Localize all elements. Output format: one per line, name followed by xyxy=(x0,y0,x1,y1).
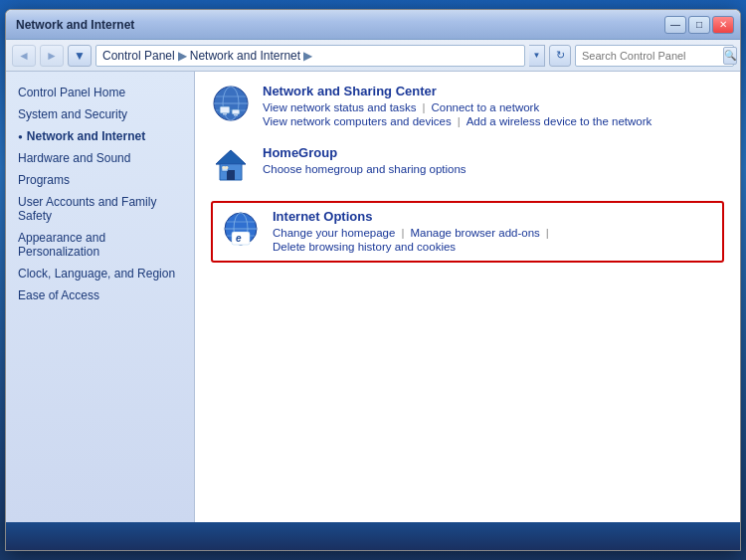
breadcrumb-bar: Control Panel ▶ Network and Internet ▶ xyxy=(95,45,525,67)
sidebar-item-control-panel-home[interactable]: Control Panel Home xyxy=(6,82,194,103)
sidebar-item-ease-access[interactable]: Ease of Access xyxy=(6,284,194,306)
internet-options-links: Change your homepage | Manage browser ad… xyxy=(273,227,714,253)
sidebar-item-programs[interactable]: Programs xyxy=(6,169,194,191)
link-separator-4: | xyxy=(546,227,549,239)
internet-options-content: Internet Options Change your homepage | … xyxy=(273,209,714,255)
manage-browser-addons-link[interactable]: Manage browser add-ons xyxy=(410,227,539,239)
refresh-button[interactable]: ↻ xyxy=(549,45,571,67)
close-button[interactable]: ✕ xyxy=(712,16,734,34)
minimize-button[interactable]: — xyxy=(664,16,686,34)
sidebar-item-appearance[interactable]: Appearance and Personalization xyxy=(6,227,194,263)
sidebar-label-network-internet: Network and Internet xyxy=(27,129,145,143)
dropdown-arrow-button[interactable]: ▼ xyxy=(68,45,92,67)
network-sharing-links-row2: View network computers and devices | Add… xyxy=(263,115,724,127)
svg-point-12 xyxy=(223,166,226,169)
sidebar-label-ease-access: Ease of Access xyxy=(18,288,99,302)
network-sharing-icon xyxy=(211,84,251,123)
forward-button[interactable]: ► xyxy=(40,45,64,67)
breadcrumb-sep2: ▶ xyxy=(303,49,312,63)
internet-options-icon: e xyxy=(221,209,261,249)
sidebar-item-hardware-sound[interactable]: Hardware and Sound xyxy=(6,147,194,169)
homegroup-icon xyxy=(211,145,251,185)
network-sharing-content: Network and Sharing Center View network … xyxy=(263,84,724,129)
sidebar-label-user-accounts: User Accounts and Family Safety xyxy=(18,195,182,223)
title-bar: Network and Internet — □ ✕ xyxy=(6,10,740,40)
network-sharing-links-row1: View network status and tasks | Connect … xyxy=(263,101,724,113)
content-area: Network and Sharing Center View network … xyxy=(195,72,740,522)
search-icon[interactable]: 🔍 xyxy=(723,47,737,65)
sidebar-label-system-security: System and Security xyxy=(18,107,127,121)
active-bullet: ● xyxy=(18,132,23,141)
back-button[interactable]: ◄ xyxy=(12,45,36,67)
change-homepage-link[interactable]: Change your homepage xyxy=(273,227,395,239)
homegroup-content: HomeGroup Choose homegroup and sharing o… xyxy=(263,145,724,177)
delete-browsing-history-link[interactable]: Delete browsing history and cookies xyxy=(273,241,456,253)
choose-homegroup-link[interactable]: Choose homegroup and sharing options xyxy=(263,163,466,175)
maximize-button[interactable]: □ xyxy=(688,16,710,34)
homegroup-section: HomeGroup Choose homegroup and sharing o… xyxy=(211,145,724,185)
internet-options-title[interactable]: Internet Options xyxy=(273,209,714,224)
svg-rect-5 xyxy=(220,106,230,113)
svg-rect-8 xyxy=(234,114,238,116)
svg-rect-6 xyxy=(223,113,227,115)
breadcrumb-dropdown-button[interactable]: ▼ xyxy=(529,45,545,67)
sidebar-label-clock-language: Clock, Language, and Region xyxy=(18,267,175,280)
taskbar xyxy=(6,522,740,550)
sidebar: Control Panel Home System and Security ●… xyxy=(6,72,195,522)
connect-to-network-link[interactable]: Connect to a network xyxy=(431,101,539,113)
link-separator-3: | xyxy=(401,227,404,239)
add-wireless-device-link[interactable]: Add a wireless device to the network xyxy=(466,115,653,127)
sidebar-item-clock-language[interactable]: Clock, Language, and Region xyxy=(6,263,194,284)
breadcrumb-sep1: ▶ xyxy=(178,49,187,63)
view-network-computers-link[interactable]: View network computers and devices xyxy=(263,115,452,127)
search-bar: 🔍 xyxy=(575,45,734,67)
search-input[interactable] xyxy=(582,50,719,62)
main-window: Network and Internet — □ ✕ ◄ ► ▼ Control… xyxy=(5,9,741,551)
sidebar-item-system-security[interactable]: System and Security xyxy=(6,103,194,125)
window-title: Network and Internet xyxy=(12,18,134,32)
internet-options-section: e Internet Options Change your homepage … xyxy=(211,201,724,263)
svg-point-13 xyxy=(226,166,229,169)
svg-rect-7 xyxy=(232,109,240,114)
sidebar-item-network-internet[interactable]: ● Network and Internet xyxy=(6,125,194,147)
main-content: Control Panel Home System and Security ●… xyxy=(6,72,740,522)
svg-rect-10 xyxy=(227,170,235,180)
homegroup-title[interactable]: HomeGroup xyxy=(263,145,724,160)
sidebar-item-user-accounts[interactable]: User Accounts and Family Safety xyxy=(6,191,194,227)
svg-marker-14 xyxy=(216,150,246,164)
link-separator-1: | xyxy=(422,101,425,113)
network-sharing-section: Network and Sharing Center View network … xyxy=(211,84,724,129)
homegroup-links: Choose homegroup and sharing options xyxy=(263,163,724,175)
sidebar-label-hardware-sound: Hardware and Sound xyxy=(18,151,130,165)
title-bar-buttons: — □ ✕ xyxy=(664,16,734,34)
view-network-status-link[interactable]: View network status and tasks xyxy=(263,101,416,113)
network-sharing-title[interactable]: Network and Sharing Center xyxy=(263,84,724,98)
svg-text:e: e xyxy=(236,233,242,244)
link-separator-2: | xyxy=(458,115,461,127)
address-bar: ◄ ► ▼ Control Panel ▶ Network and Intern… xyxy=(6,40,740,72)
breadcrumb-root[interactable]: Control Panel xyxy=(102,49,175,63)
sidebar-label-appearance: Appearance and Personalization xyxy=(18,231,182,259)
sidebar-label-control-panel-home: Control Panel Home xyxy=(18,86,125,99)
breadcrumb-section[interactable]: Network and Internet xyxy=(190,49,300,63)
sidebar-label-programs: Programs xyxy=(18,173,70,187)
